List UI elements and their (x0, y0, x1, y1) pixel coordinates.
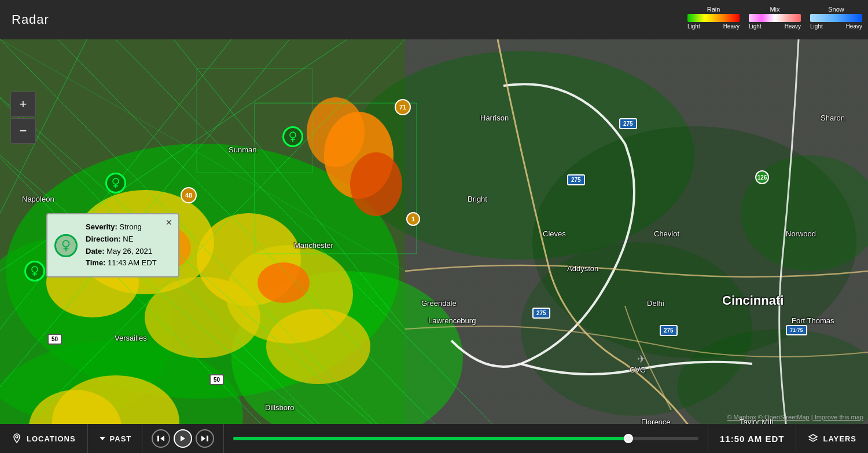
svg-marker-59 (181, 436, 185, 441)
rain-color-bar (687, 14, 740, 22)
bottom-toolbar: LOCATIONS PAST (0, 424, 868, 453)
badge-48: 48 (181, 187, 197, 203)
svg-rect-61 (207, 436, 208, 441)
zoom-controls: + − (10, 92, 36, 144)
time-display: 11:50 AM EDT (708, 424, 796, 453)
timeline-track[interactable] (233, 437, 698, 440)
zoom-in-button[interactable]: + (10, 92, 36, 117)
svg-marker-56 (100, 437, 105, 440)
svg-point-23 (307, 97, 365, 167)
layers-label: LAYERS (823, 434, 856, 443)
legend-snow: Snow Light Heavy (810, 6, 862, 30)
timeline[interactable] (224, 424, 708, 453)
locations-button[interactable]: LOCATIONS (0, 424, 88, 453)
storm-marker-3[interactable] (282, 126, 303, 147)
svg-point-43 (113, 178, 119, 184)
location-pin-icon (12, 433, 22, 444)
popup-storm-icon (54, 234, 78, 257)
timeline-thumb[interactable] (624, 434, 633, 443)
mix-color-bar (749, 14, 801, 22)
storm-popup: ✕ Severity: Strong Direction: NE Date: M… (46, 213, 179, 277)
popup-close-button[interactable]: ✕ (165, 218, 172, 227)
mapbox-attribution[interactable]: © Mapbox (727, 414, 756, 421)
zoom-out-button[interactable]: − (10, 118, 36, 144)
storm-marker-2[interactable] (24, 261, 45, 282)
svg-point-46 (32, 266, 38, 272)
badge-71: 71 (395, 99, 411, 115)
svg-marker-57 (160, 436, 164, 441)
improve-map-link[interactable]: Improve this map (815, 414, 863, 421)
dropdown-arrow-icon (98, 434, 106, 443)
shield-i275-top: 275 (619, 118, 637, 129)
past-label: PAST (110, 434, 132, 443)
locations-label: LOCATIONS (27, 434, 76, 443)
osm-attribution[interactable]: © OpenStreetMap (758, 414, 810, 421)
svg-point-52 (63, 240, 69, 247)
shield-us50-mid: 50 (209, 374, 224, 385)
shield-126: 126 (755, 170, 769, 184)
popup-content: Severity: Strong Direction: NE Date: May… (86, 221, 169, 269)
skip-back-button[interactable] (152, 429, 170, 448)
layers-button[interactable]: LAYERS (796, 424, 868, 453)
playback-controls (142, 424, 224, 453)
svg-point-49 (290, 132, 296, 138)
shield-i7175: 71·75 (786, 325, 807, 335)
past-button[interactable]: PAST (88, 424, 143, 453)
radar-legend: Rain Light Heavy Mix Light Heavy Snow Li… (687, 6, 862, 30)
map-container[interactable]: ✈ Harrison Sunman Bright Napoleon Cleves… (0, 39, 868, 424)
map-attribution: © Mapbox © OpenStreetMap | Improve this … (727, 414, 863, 421)
legend-rain: Rain Light Heavy (687, 6, 740, 30)
play-button[interactable] (174, 429, 192, 448)
shield-i275-mid: 275 (567, 174, 585, 185)
svg-rect-58 (157, 436, 159, 441)
svg-point-18 (266, 309, 370, 384)
app-title: Radar (12, 12, 49, 27)
shield-us50-left: 50 (47, 334, 62, 345)
svg-point-55 (16, 436, 18, 438)
legend-mix: Mix Light Heavy (749, 6, 801, 30)
svg-marker-60 (201, 436, 205, 441)
layers-icon (808, 433, 818, 444)
timeline-fill (233, 437, 628, 440)
svg-point-22 (350, 152, 402, 216)
shield-i275-bottom: 275 (660, 325, 678, 336)
storm-marker-1[interactable] (105, 173, 126, 193)
svg-point-25 (258, 262, 310, 303)
badge-1: 1 (406, 212, 420, 226)
snow-color-bar (810, 14, 862, 22)
shield-i275-left: 275 (532, 308, 550, 319)
svg-text:✈: ✈ (637, 353, 646, 365)
skip-forward-button[interactable] (196, 429, 214, 448)
